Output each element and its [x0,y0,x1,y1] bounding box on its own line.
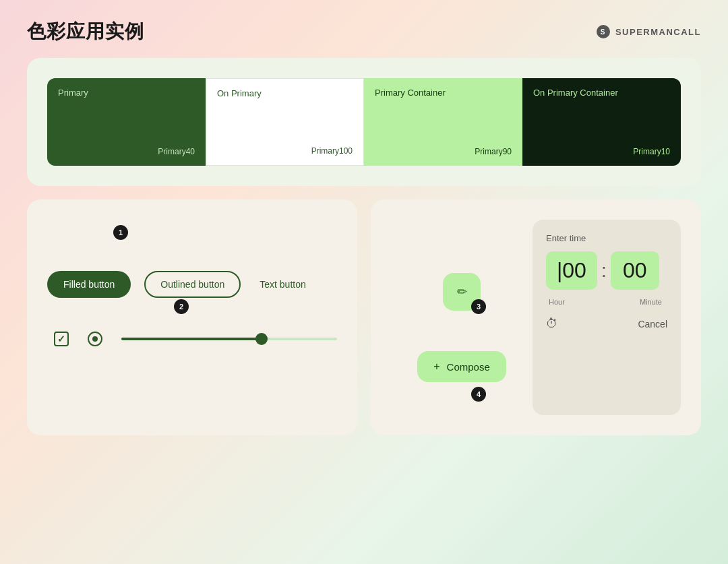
timer-cancel-button[interactable]: Cancel [638,319,667,330]
timer-hour-label: Hour [549,298,565,306]
brand: S SUPERMANCALL [597,25,701,38]
annotation-1: 1 [113,225,128,240]
swatch-primary-label-top: Primary [58,88,195,98]
connector-lines [391,220,533,415]
demo-card: 1 Filled button Outlined button Text but… [27,199,357,435]
outlined-button[interactable]: Outlined button [144,271,241,298]
timer-colon: : [601,260,607,282]
timer-labels: Hour Minute [546,298,667,306]
swatch-on-primary: On Primary Primary100 [206,78,364,166]
brand-name: SUPERMANCALL [615,27,701,37]
swatch-primary-container: Primary Container Primary90 [364,78,522,166]
annotation-2: 2 [174,299,189,314]
add-icon: + [433,361,439,373]
edit-icon: ✏ [457,284,467,299]
right-card: 3 ✏ + Compose 4 Enter time |00 [371,199,701,435]
swatch-on-primary-container: On Primary Container Primary10 [522,78,681,166]
timer-hour-field[interactable]: |00 [546,251,597,290]
swatch-on-primary-container-label-top: On Primary Container [533,88,670,98]
annotation-3: 3 [471,299,486,314]
fab-extended-label: Compose [447,361,490,373]
fab-section: 3 ✏ + Compose 4 [391,220,533,415]
swatch-primary: Primary Primary40 [47,78,206,166]
fab-extended[interactable]: + Compose [417,351,506,382]
timer-header: Enter time [546,233,667,243]
text-button[interactable]: Text button [254,272,311,296]
radio-button[interactable] [88,332,102,346]
slider-fill [121,338,262,340]
timer-actions: ⏱ Cancel [546,317,667,331]
swatch-on-primary-label-top: On Primary [217,88,353,98]
swatch-primary-label-bottom: Primary40 [58,147,195,156]
brand-icon: S [597,25,610,38]
swatch-on-primary-container-label-bottom: Primary10 [533,147,670,156]
palette-card: Primary Primary40 On Primary Primary100 … [27,58,701,186]
page-title: 色彩应用实例 [27,19,144,44]
timer-section: Enter time |00 : 00 Hour Minute ⏱ Cancel [533,220,681,415]
filled-button[interactable]: Filled button [47,271,131,298]
swatch-primary-container-label-bottom: Primary90 [375,147,512,156]
controls-row [54,332,337,346]
buttons-row: Filled button Outlined button Text butto… [47,271,337,298]
annotation-4: 4 [471,387,486,402]
header: 色彩应用实例 S SUPERMANCALL [0,0,728,58]
timer-display: |00 : 00 [546,251,667,290]
swatch-on-primary-label-bottom: Primary100 [217,146,353,156]
bottom-cards: 1 Filled button Outlined button Text but… [27,199,701,435]
timer-minute-field[interactable]: 00 [611,251,659,290]
slider-track[interactable] [121,338,337,340]
timer-minute-label: Minute [640,298,665,306]
color-swatches: Primary Primary40 On Primary Primary100 … [47,78,681,166]
swatch-primary-container-label-top: Primary Container [375,88,512,98]
clock-icon[interactable]: ⏱ [546,317,558,331]
checkbox[interactable] [54,332,69,346]
slider-thumb[interactable] [255,333,268,345]
